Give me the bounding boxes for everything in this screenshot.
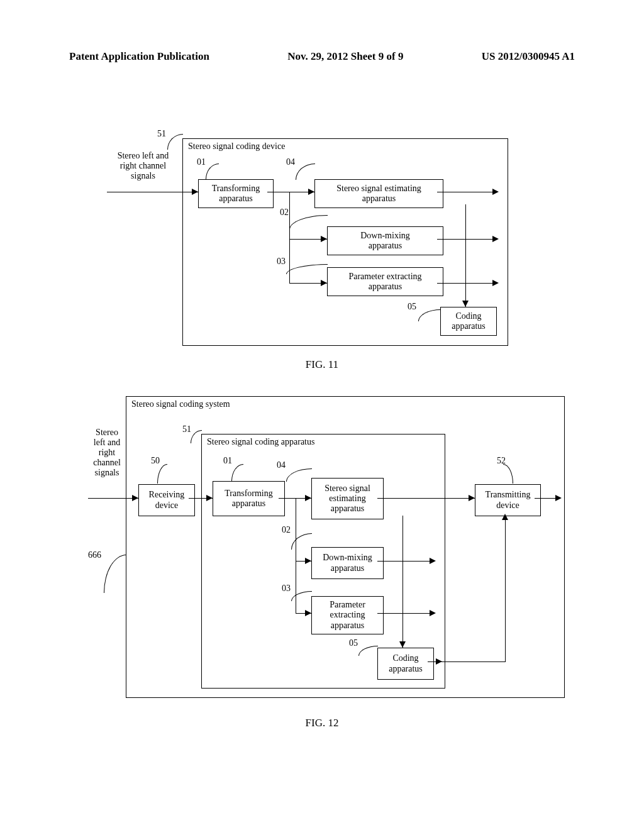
arrow-icon xyxy=(192,189,198,195)
ref-num-03: 03 xyxy=(277,257,286,267)
leader-666 xyxy=(104,555,126,593)
parameter-apparatus: Parameter extractingapparatus xyxy=(327,267,443,296)
arrow-icon xyxy=(305,558,311,564)
ref-num-04: 04 xyxy=(286,157,295,167)
arrow-icon xyxy=(305,610,311,616)
line xyxy=(267,192,314,192)
line xyxy=(437,283,497,284)
estimating-apparatus-2: Stereo signalestimatingapparatus xyxy=(311,478,384,519)
line xyxy=(437,239,497,240)
ref-num-01: 01 xyxy=(197,157,206,167)
transforming-apparatus: Transformingapparatus xyxy=(198,179,274,208)
ref-num-51b: 51 xyxy=(182,424,191,434)
system-title: Stereo signal coding system xyxy=(131,399,230,409)
ref-num-50: 50 xyxy=(151,456,160,466)
downmixing-apparatus-2: Down-mixingapparatus xyxy=(311,547,384,579)
line xyxy=(296,498,296,613)
arrow-icon xyxy=(469,495,475,501)
arrow-icon xyxy=(430,558,436,564)
ref-num-05b: 05 xyxy=(349,638,358,648)
line xyxy=(465,204,466,307)
arrow-icon xyxy=(492,189,499,195)
arrow-icon xyxy=(321,280,327,286)
arrow-icon xyxy=(462,301,469,307)
input-signal-label: Stereo left andright channelsignals xyxy=(107,151,179,181)
ref-num-51: 51 xyxy=(157,129,166,139)
line xyxy=(289,192,290,283)
arrow-icon xyxy=(399,641,406,648)
coding-apparatus-2: Codingapparatus xyxy=(377,648,434,680)
arrow-icon xyxy=(132,495,138,501)
transforming-apparatus-2: Transformingapparatus xyxy=(213,481,285,516)
estimating-apparatus: Stereo signal estimatingapparatus xyxy=(314,179,443,208)
arrow-icon xyxy=(305,495,311,501)
ref-num-04b: 04 xyxy=(277,460,286,470)
header-left: Patent Application Publication xyxy=(69,50,209,63)
ref-num-666: 666 xyxy=(88,550,101,560)
ref-num-02: 02 xyxy=(280,208,289,218)
ref-num-01b: 01 xyxy=(223,456,232,466)
arrow-icon xyxy=(436,658,442,665)
ref-num-03b: 03 xyxy=(282,584,291,594)
arrow-icon xyxy=(492,236,499,242)
parameter-apparatus-2: Parameterextractingapparatus xyxy=(311,596,384,634)
header-right: US 2012/0300945 A1 xyxy=(482,50,575,63)
ref-num-02b: 02 xyxy=(282,525,291,535)
line xyxy=(107,192,198,192)
figure-11-caption: FIG. 11 xyxy=(0,358,644,371)
line xyxy=(505,519,506,662)
device-title: Stereo signal coding device xyxy=(188,141,285,152)
arrow-icon xyxy=(492,280,499,286)
apparatus-title: Stereo signal coding apparatus xyxy=(207,437,314,447)
line xyxy=(377,561,434,562)
arrow-icon xyxy=(555,495,562,501)
receiving-device: Receivingdevice xyxy=(138,484,195,516)
ref-num-05: 05 xyxy=(408,302,416,312)
transmitting-device: Transmittingdevice xyxy=(475,484,541,516)
line xyxy=(377,613,434,614)
line xyxy=(88,498,138,499)
downmixing-apparatus: Down-mixingapparatus xyxy=(327,226,443,255)
line xyxy=(377,498,475,499)
line xyxy=(437,192,497,192)
leader-51 xyxy=(167,134,183,150)
header-center: Nov. 29, 2012 Sheet 9 of 9 xyxy=(287,50,403,63)
arrow-icon xyxy=(206,495,213,501)
coding-apparatus: Codingapparatus xyxy=(440,307,497,336)
arrow-icon xyxy=(430,610,436,616)
line xyxy=(402,516,403,648)
input-signal-label-2: Stereoleft andrightchannelsignals xyxy=(88,428,126,478)
arrow-icon xyxy=(321,236,327,242)
page-header: Patent Application Publication Nov. 29, … xyxy=(69,50,575,63)
figure-12-caption: FIG. 12 xyxy=(0,717,644,729)
arrow-icon xyxy=(502,514,508,520)
arrow-icon xyxy=(308,189,314,195)
